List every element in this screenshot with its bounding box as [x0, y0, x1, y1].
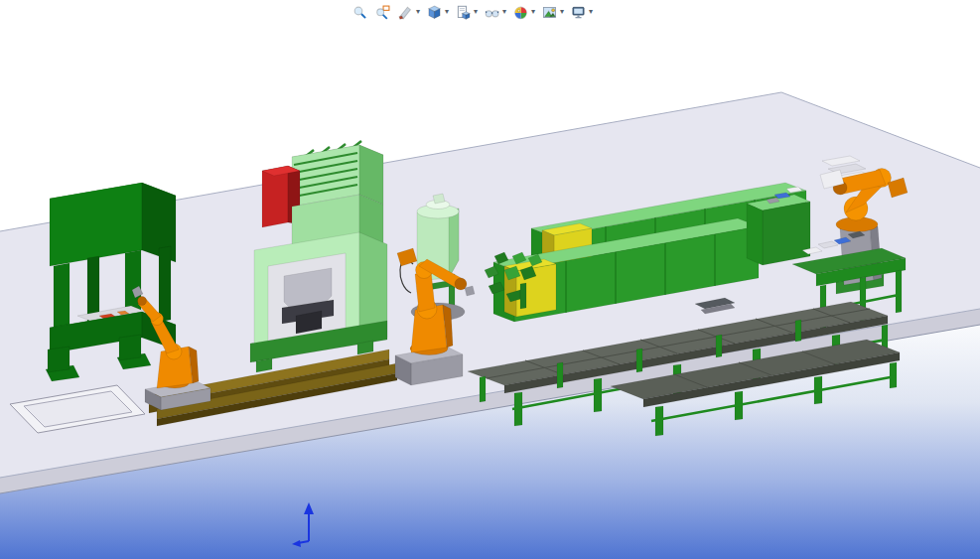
zoom-to-area-icon [375, 5, 390, 20]
display-style-dropdown-caret[interactable]: ▾ [473, 2, 479, 22]
origin-marker[interactable] [292, 502, 314, 547]
edit-appearance-button[interactable] [510, 2, 530, 22]
section-view-button[interactable] [395, 2, 415, 22]
cabinet-body[interactable] [763, 202, 810, 265]
view-orientation-dropdown-caret[interactable]: ▾ [444, 2, 450, 22]
edit-appearance-icon [513, 5, 528, 20]
zoom-to-fit-button[interactable] [350, 2, 369, 22]
section-view-dropdown-caret[interactable]: ▾ [415, 2, 421, 22]
apply-scene-button[interactable] [539, 2, 559, 22]
zoom-to-fit-icon [352, 5, 367, 20]
section-view-icon [398, 5, 413, 20]
robot2-gripper[interactable] [465, 286, 475, 296]
origin-up-arrowhead [304, 502, 314, 514]
view-settings-dropdown-caret[interactable]: ▾ [588, 2, 594, 22]
floor-platform[interactable] [0, 92, 980, 493]
view-orientation-icon [427, 5, 442, 20]
apply-scene-icon [542, 5, 557, 20]
display-style-icon [456, 5, 471, 20]
edit-appearance-dropdown-caret[interactable]: ▾ [530, 2, 536, 22]
hide-show-items-button[interactable] [482, 2, 501, 22]
origin-left-arrowhead [292, 540, 301, 547]
display-style-button[interactable] [453, 2, 473, 22]
view-orientation-button[interactable] [424, 2, 444, 22]
view-settings-icon [571, 5, 586, 20]
zoom-to-area-button[interactable] [372, 2, 392, 22]
view-toolbar: ▾ ▾ ▾ [350, 2, 594, 22]
hide-show-items-dropdown-caret[interactable]: ▾ [501, 2, 507, 22]
graphics-viewport[interactable] [0, 0, 980, 559]
apply-scene-dropdown-caret[interactable]: ▾ [559, 2, 565, 22]
hide-show-items-icon [485, 5, 499, 20]
molding-machine[interactable] [250, 141, 387, 372]
view-settings-button[interactable] [568, 2, 588, 22]
